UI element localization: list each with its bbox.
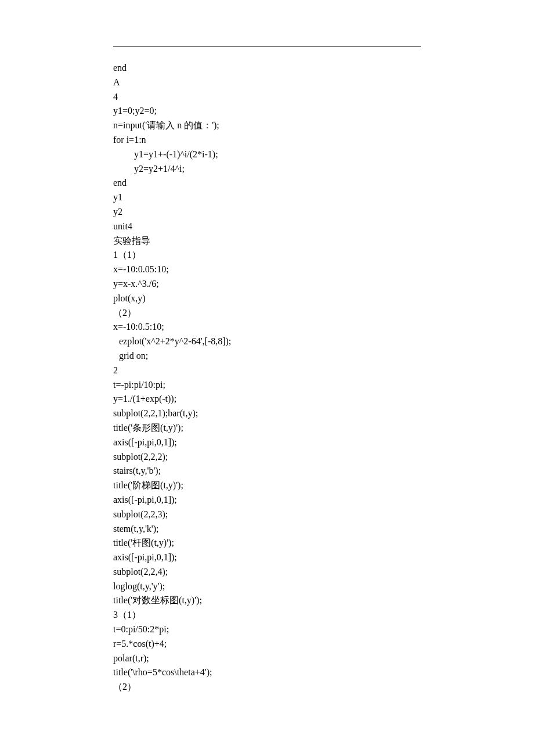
code-line: x=-10:0.05:10; xyxy=(113,262,421,277)
code-line: title('对数坐标图(t,y)'); xyxy=(113,593,421,608)
code-line: loglog(t,y,'y'); xyxy=(113,579,421,594)
code-line: end xyxy=(113,176,421,190)
code-line: t=-pi:pi/10:pi; xyxy=(113,378,421,393)
code-line: subplot(2,2,3); xyxy=(113,507,421,522)
code-line: y1 xyxy=(113,190,421,205)
code-line: stairs(t,y,'b'); xyxy=(113,464,421,478)
code-line: y=x-x.^3./6; xyxy=(113,277,421,291)
code-line: unit4 xyxy=(113,219,421,234)
code-line: stem(t,y,'k'); xyxy=(113,522,421,537)
code-content: endA4y1=0;y2=0;n=input('请输入 n 的值：');for … xyxy=(113,61,421,694)
code-line: title('\rho=5*cos\theta+4'); xyxy=(113,665,421,680)
code-line: axis([-pi,pi,0,1]); xyxy=(113,550,421,565)
code-line: 3（1） xyxy=(113,608,421,622)
code-line: y1=y1+-(-1)^i/(2*i-1); xyxy=(113,147,421,162)
code-line: r=5.*cos(t)+4; xyxy=(113,637,421,651)
code-line: t=0:pi/50:2*pi; xyxy=(113,622,421,637)
code-line: subplot(2,2,1);bar(t,y); xyxy=(113,406,421,421)
code-line: polar(t,r); xyxy=(113,651,421,666)
code-line: 1（1） xyxy=(113,248,421,262)
code-line: for i=1:n xyxy=(113,133,421,147)
code-line: y1=0;y2=0; xyxy=(113,104,421,118)
code-line: x=-10:0.5:10; xyxy=(113,320,421,334)
document-page: endA4y1=0;y2=0;n=input('请输入 n 的值：');for … xyxy=(0,0,534,729)
code-line: grid on; xyxy=(113,349,421,363)
code-line: n=input('请输入 n 的值：'); xyxy=(113,118,421,133)
code-line: axis([-pi,pi,0,1]); xyxy=(113,493,421,507)
code-line: y=1./(1+exp(-t)); xyxy=(113,392,421,406)
code-line: title('条形图(t,y)'); xyxy=(113,421,421,435)
code-line: subplot(2,2,4); xyxy=(113,565,421,579)
code-line: subplot(2,2,2); xyxy=(113,450,421,465)
code-line: y2=y2+1/4^i; xyxy=(113,162,421,177)
code-line: 4 xyxy=(113,90,421,105)
code-line: y2 xyxy=(113,205,421,219)
code-line: 2 xyxy=(113,363,421,378)
code-line: axis([-pi,pi,0,1]); xyxy=(113,435,421,450)
code-line: end xyxy=(113,61,421,75)
horizontal-rule xyxy=(113,46,421,47)
code-line: title('杆图(t,y)'); xyxy=(113,536,421,550)
code-line: （2） xyxy=(113,680,421,694)
code-line: 实验指导 xyxy=(113,234,421,249)
code-line: （2） xyxy=(113,306,421,321)
code-line: plot(x,y) xyxy=(113,291,421,306)
code-line: A xyxy=(113,75,421,90)
code-line: ezplot('x^2+2*y^2-64',[-8,8]); xyxy=(113,334,421,349)
code-line: title('阶梯图(t,y)'); xyxy=(113,478,421,493)
